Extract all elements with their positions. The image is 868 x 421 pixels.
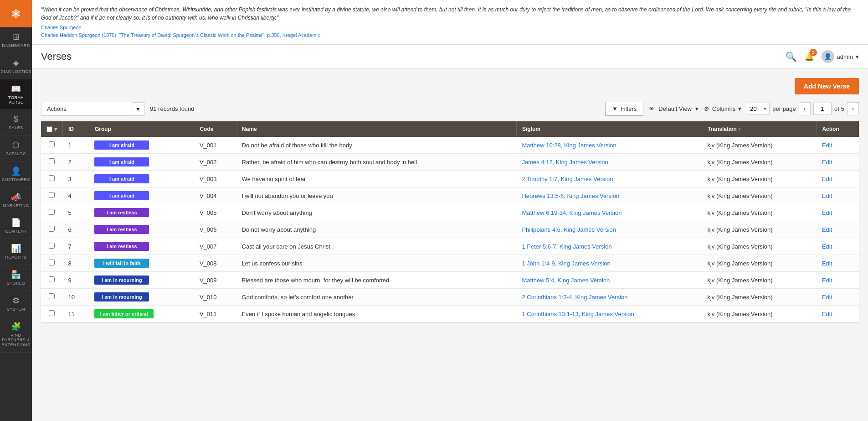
row-checkbox-cell xyxy=(41,137,63,154)
siglum-link[interactable]: 1 Peter 5:6-7, King James Version xyxy=(522,243,611,250)
records-count: 91 records found xyxy=(150,105,195,112)
siglum-link[interactable]: Philippians 4:6, King James Version xyxy=(522,226,616,233)
row-checkbox-9[interactable] xyxy=(49,276,55,282)
notification-badge: 2 xyxy=(810,49,817,56)
select-all-checkbox[interactable] xyxy=(46,126,52,132)
row-checkbox-cell xyxy=(41,171,63,187)
sidebar-item-system[interactable]: ⚙ SYSTEM xyxy=(0,291,32,317)
edit-link[interactable]: Edit xyxy=(822,226,832,233)
row-siglum: 2 Corinthians 1:3-4, King James Version xyxy=(516,289,702,306)
sidebar-item-reports[interactable]: 📊 REPORTS xyxy=(0,239,32,265)
row-checkbox-7[interactable] xyxy=(49,243,55,249)
row-checkbox-cell xyxy=(41,221,63,238)
quote-text: "When it can be proved that the observan… xyxy=(41,5,859,22)
siglum-link[interactable]: 2 Timothy 1:7, King James Version xyxy=(522,176,613,182)
row-action: Edit xyxy=(817,289,859,306)
sidebar-item-diagnostics[interactable]: ◈ DIAGNOSTICS xyxy=(0,53,32,79)
row-name: Let us confess our sins xyxy=(236,255,517,272)
sidebar-item-marketing[interactable]: 📣 MARKETING xyxy=(0,187,32,213)
sidebar-item-sales[interactable]: $ SALES xyxy=(0,110,32,135)
row-checkbox-6[interactable] xyxy=(49,226,55,232)
sidebar-item-find-partners[interactable]: 🧩 FIND PARTNERS & EXTENSIONS xyxy=(0,317,32,353)
sidebar-item-stores[interactable]: 🏪 STORES xyxy=(0,265,32,291)
magento-logo[interactable] xyxy=(0,0,32,27)
row-group: I am afraid xyxy=(89,137,194,154)
row-translation: kjv (King James Version) xyxy=(702,238,816,255)
search-icon[interactable]: 🔍 xyxy=(786,51,797,62)
checkbox-dropdown-icon[interactable]: ▾ xyxy=(54,126,57,132)
prev-page-button[interactable]: ‹ xyxy=(799,102,811,115)
row-code: V_009 xyxy=(194,272,236,289)
edit-link[interactable]: Edit xyxy=(822,277,832,284)
actions-dropdown-btn[interactable]: ▾ xyxy=(132,102,144,116)
sidebar: ⊞ DASHBOARD ◈ DIAGNOSTICS 📖 TORAH VERSE … xyxy=(0,0,32,421)
edit-link[interactable]: Edit xyxy=(822,192,832,199)
edit-link[interactable]: Edit xyxy=(822,260,832,267)
group-badge: I am afraid xyxy=(94,157,149,166)
row-code: V_003 xyxy=(194,171,236,187)
edit-link[interactable]: Edit xyxy=(822,142,832,149)
admin-user-menu[interactable]: 👤 admin ▾ xyxy=(822,50,859,63)
row-checkbox-1[interactable] xyxy=(49,141,55,147)
table-row: 3 I am afraid V_003 We have no spirit of… xyxy=(41,171,859,187)
row-action: Edit xyxy=(817,154,859,171)
row-action: Edit xyxy=(817,171,859,187)
sidebar-item-dashboard[interactable]: ⊞ DASHBOARD xyxy=(0,27,32,53)
filters-button[interactable]: ▼ Filters xyxy=(605,102,643,116)
siglum-link[interactable]: James 4:12, King James Version xyxy=(522,159,608,166)
edit-link[interactable]: Edit xyxy=(822,243,832,250)
edit-link[interactable]: Edit xyxy=(822,311,832,317)
row-group: I am in mourning xyxy=(89,272,194,289)
row-checkbox-2[interactable] xyxy=(49,158,55,164)
group-badge: I am restless xyxy=(94,225,149,234)
row-name: Cast all your care on Jesus Christ xyxy=(236,238,517,255)
sidebar-item-customers[interactable]: 👤 CUSTOMERS xyxy=(0,161,32,187)
row-checkbox-5[interactable] xyxy=(49,209,55,215)
row-checkbox-8[interactable] xyxy=(49,260,55,265)
edit-link[interactable]: Edit xyxy=(822,159,832,166)
siglum-link[interactable]: Matthew 5:4, King James Version xyxy=(522,277,610,284)
add-new-verse-button[interactable]: Add New Verse xyxy=(795,78,859,94)
sidebar-item-content[interactable]: 📄 CONTENT xyxy=(0,213,32,239)
eye-icon: 👁 xyxy=(649,105,655,112)
page-input[interactable] xyxy=(813,103,832,115)
row-checkbox-3[interactable] xyxy=(49,175,55,181)
row-checkbox-4[interactable] xyxy=(49,192,55,198)
siglum-link[interactable]: Matthew 6:19-34, King James Version xyxy=(522,209,621,216)
table-row: 9 I am in mourning V_009 Blessed are tho… xyxy=(41,272,859,289)
row-translation: kjv (King James Version) xyxy=(702,221,816,238)
view-chevron-icon: ▾ xyxy=(695,105,699,112)
partners-icon: 🧩 xyxy=(11,322,21,332)
actions-select-wrapper: Actions ▾ xyxy=(41,102,144,116)
dashboard-icon: ⊞ xyxy=(13,32,20,42)
view-select-wrapper[interactable]: 👁 Default View ▾ xyxy=(649,105,699,112)
row-name: Blessed are those who mourn, for they wi… xyxy=(236,272,517,289)
siglum-link[interactable]: Matthew 10:28, King James Version xyxy=(522,142,616,149)
table-row: 5 I am restless V_005 Don't worry about … xyxy=(41,204,859,221)
actions-select[interactable]: Actions xyxy=(41,102,132,116)
siglum-link[interactable]: 2 Corinthians 1:3-4, King James Version xyxy=(522,294,627,301)
edit-link[interactable]: Edit xyxy=(822,209,832,216)
next-page-button[interactable]: › xyxy=(847,102,859,115)
row-checkbox-10[interactable] xyxy=(49,293,55,299)
columns-button[interactable]: ⚙ Columns ▾ xyxy=(704,105,741,112)
table-row: 4 I am afraid V_004 I will not abandon y… xyxy=(41,187,859,204)
sidebar-label-marketing: MARKETING xyxy=(3,203,29,208)
per-page-select[interactable]: 20 50 100 xyxy=(747,103,770,115)
notification-icon[interactable]: 🔔 2 xyxy=(804,52,814,62)
row-checkbox-11[interactable] xyxy=(49,310,55,316)
row-siglum: 1 John 1:4-9, King James Version xyxy=(516,255,702,272)
row-translation: kjv (King James Version) xyxy=(702,187,816,204)
group-badge: I am afraid xyxy=(94,174,149,183)
edit-link[interactable]: Edit xyxy=(822,176,832,182)
siglum-link[interactable]: 1 Corinthians 13:1-13, King James Versio… xyxy=(522,311,634,317)
sidebar-item-catalog[interactable]: ⬡ CATALOG xyxy=(0,135,32,161)
row-translation: kjv (King James Version) xyxy=(702,171,816,187)
group-badge: I will fall in faith xyxy=(94,259,149,268)
siglum-link[interactable]: Hebrews 13:5-6, King James Version xyxy=(522,192,619,199)
sidebar-item-torah-verse[interactable]: 📖 TORAH VERSE xyxy=(0,79,32,110)
row-translation: kjv (King James Version) xyxy=(702,204,816,221)
siglum-link[interactable]: 1 John 1:4-9, King James Version xyxy=(522,260,610,267)
row-group: I am afraid xyxy=(89,154,194,171)
edit-link[interactable]: Edit xyxy=(822,294,832,301)
